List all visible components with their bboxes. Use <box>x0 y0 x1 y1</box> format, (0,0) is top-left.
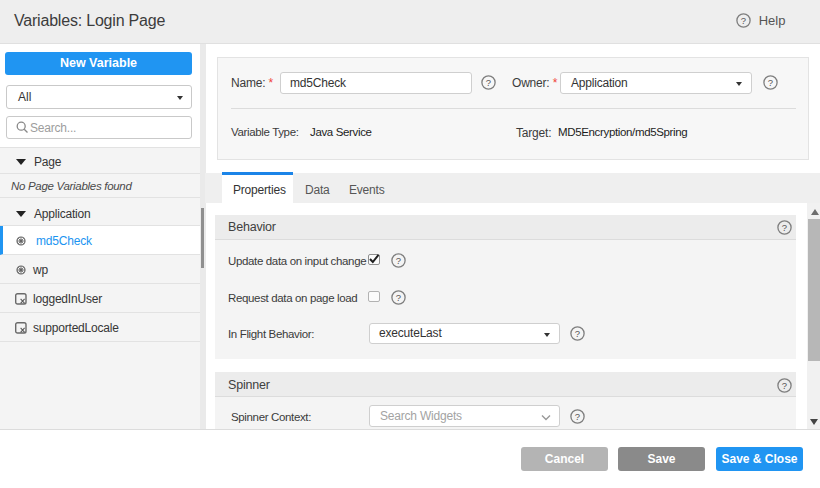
svg-text:?: ? <box>396 292 401 303</box>
svg-text:?: ? <box>741 15 746 26</box>
svg-text:?: ? <box>782 380 787 391</box>
svg-text:?: ? <box>486 77 491 88</box>
svg-text:?: ? <box>575 328 580 339</box>
svg-text:?: ? <box>575 411 580 422</box>
svg-text:?: ? <box>396 255 401 266</box>
svg-text:?: ? <box>782 222 787 233</box>
svg-text:?: ? <box>768 77 773 88</box>
